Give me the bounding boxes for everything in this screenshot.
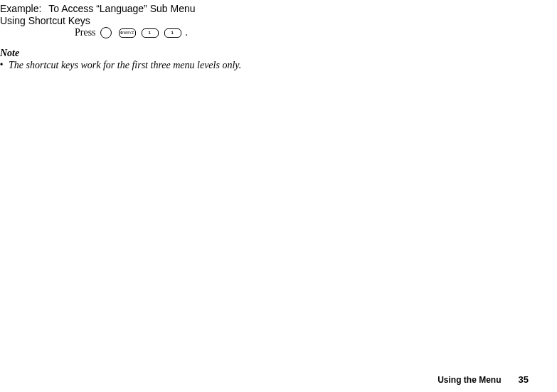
page: Example: To Access “Language” Sub Menu U…: [0, 0, 557, 392]
press-text: Press: [75, 27, 96, 38]
key-main: 1: [171, 31, 173, 35]
note-heading: Note: [0, 47, 285, 59]
example-label: Example:: [0, 3, 41, 14]
bullet-icon: •: [0, 59, 7, 71]
note-block: Note • The shortcut keys work for the fi…: [0, 47, 285, 71]
footer-section: Using the Menu: [437, 375, 501, 385]
example-title: To Access “Language” Sub Menu: [48, 3, 195, 14]
footer-page-number: 35: [519, 374, 529, 385]
key-main: 1: [148, 31, 150, 35]
key-9-icon: 9WXYZ: [119, 28, 136, 38]
subtitle-line: Using Shortcut Keys: [0, 15, 90, 27]
press-row: Press 9WXYZ 1 1 .: [75, 27, 188, 38]
menu-button-icon: [100, 27, 112, 38]
key-sub: WXYZ: [124, 31, 134, 35]
key-1-icon: 1: [142, 28, 159, 38]
key-1-icon: 1: [164, 28, 181, 38]
key-main: 9: [120, 31, 122, 35]
press-period: .: [186, 27, 189, 38]
note-item: • The shortcut keys work for the first t…: [0, 59, 285, 71]
footer: Using the Menu 35: [437, 374, 529, 385]
header-line: Example: To Access “Language” Sub Menu: [0, 3, 196, 15]
note-text: The shortcut keys work for the first thr…: [9, 59, 241, 71]
